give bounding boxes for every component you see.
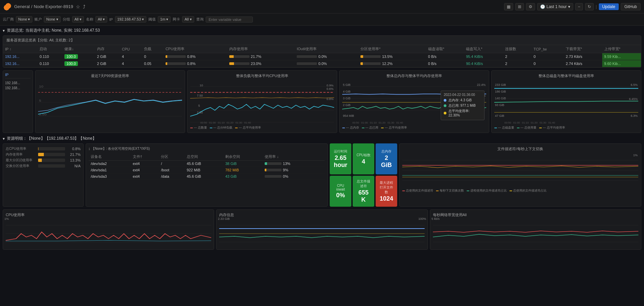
- cell-disk-read: 0 B/s: [426, 60, 464, 67]
- cloud-filter[interactable]: None ▾: [16, 16, 32, 23]
- threshold-filter[interactable]: 1m ▾: [158, 16, 171, 23]
- svg-text:10: 10: [39, 85, 43, 88]
- threshold-label: 阈值: [148, 17, 156, 22]
- nic-filter[interactable]: All ▾: [182, 16, 194, 23]
- disk-usage: 0%: [263, 173, 325, 180]
- cell-connections: 2: [503, 53, 531, 60]
- cell-disk-read: 0 B/s: [426, 53, 464, 60]
- col-cpu-pct[interactable]: CPU使用率: [164, 45, 227, 53]
- cell-download: 2.73 Kib/s: [564, 53, 602, 60]
- grafana-logo: [3, 3, 11, 11]
- disk-usage: 13%: [263, 161, 325, 167]
- detail-section-header[interactable]: ▾ 资源明细：【None】【192.168.47.53】【None】: [3, 136, 641, 141]
- cell-download: 2.74 Kib/s: [564, 60, 602, 67]
- dashboard-button[interactable]: ⊞: [515, 3, 524, 10]
- card-max-open-files: 最大进程打开文件数 1024: [376, 176, 397, 207]
- zoom-out-button[interactable]: −: [575, 3, 583, 10]
- cell-cpu: 4: [120, 53, 142, 60]
- file-desc-legend: 总使用的文件描述符 每秒下文切换次数 进程使用的文件描述符占比 总使用的文件描述…: [402, 189, 638, 193]
- card-cpu-cores-value: 4: [362, 158, 365, 165]
- cell-uptime: 0.110: [37, 60, 62, 67]
- chart-memory-area: 22.4% 22.3% 5 GiB 4 GiB 3 GiB 2 GiB 954 …: [342, 80, 486, 124]
- name-label: 名称: [86, 17, 93, 22]
- time-range-label: Last 1 hour: [547, 4, 567, 9]
- chart-memory: 整体总内存与整体平均内存使用率 22.4% 22.3% 5 GiB 4 GiB …: [339, 70, 489, 133]
- col-disk-write[interactable]: 磁盘写入*: [464, 45, 503, 53]
- col-tcp-tw[interactable]: TCP_tw: [531, 45, 564, 53]
- card-cpu-iowait-value: 0%: [336, 192, 345, 199]
- chart-disk-legend: — 总磁盘量 — 总使用量 — 总平均使用率: [494, 126, 638, 130]
- disk-col-total[interactable]: 总空间: [185, 153, 223, 161]
- top-bar: General / Node Exporter-8919 ☆ ⤴ ▦ ⊞ ⚙ 🕐…: [0, 0, 644, 13]
- disk-table: 设备名 文件† 分区 总空间 剩余空间 使用率 ↓ /dev/sda2 ext4…: [89, 153, 325, 180]
- disk-col-mount[interactable]: 分区: [159, 153, 184, 161]
- disk-mount: /data: [159, 173, 184, 180]
- ip-filter[interactable]: 192.168.47.53 ▾: [115, 16, 146, 23]
- disk-free: 782 MiB: [223, 167, 263, 173]
- network-chart: 每秒网络带宽使用All 5 kb/s: [430, 209, 641, 250]
- disk-fs: ext4: [131, 173, 159, 180]
- refresh-button[interactable]: ↻: [585, 3, 594, 10]
- cell-connections: 2: [503, 60, 531, 67]
- metric-cpu-row: 总CPU使用率 0.8%: [6, 146, 81, 151]
- disk-col-device[interactable]: 设备名: [89, 153, 131, 161]
- cell-tcp-tw: 0: [531, 60, 564, 67]
- breadcrumb-general[interactable]: General: [14, 4, 30, 9]
- col-ioutil[interactable]: IOutil使用率: [295, 45, 358, 53]
- chart-disk-title: 整体总磁盘与整体平均磁盘使用率: [494, 73, 638, 78]
- update-button[interactable]: Update: [599, 3, 619, 10]
- chart-type-button[interactable]: ▦: [504, 3, 513, 10]
- col-upload[interactable]: 上传带宽*: [602, 45, 641, 53]
- network-chart-title: 每秒网络带宽使用All: [433, 212, 638, 217]
- disk-col-fs[interactable]: 文件†: [131, 153, 159, 161]
- col-mem-pct[interactable]: 内存使用率: [227, 45, 295, 53]
- breadcrumb-dashboard[interactable]: Node Exporter-8919: [34, 4, 73, 9]
- ip-item-2[interactable]: 192.168...: [5, 86, 31, 91]
- settings-button[interactable]: ⚙: [526, 3, 535, 10]
- chart-cpu-load-title: 整体负载与整体平均CPU使用率: [190, 73, 334, 78]
- share-icon[interactable]: ⤴: [83, 4, 85, 9]
- table-row[interactable]: 192.16...: [3, 53, 37, 60]
- cell-disk-write: 95.4 KiB/s: [464, 53, 503, 60]
- group-filter[interactable]: All ▾: [72, 16, 84, 23]
- card-total-mem-title: 总内存: [381, 149, 391, 154]
- col-download[interactable]: 下载带宽*: [564, 45, 602, 53]
- memory-chart-title: 内存信息: [219, 212, 425, 217]
- collapse-detail-icon: ▾: [3, 136, 5, 141]
- col-uptime[interactable]: 启动: [37, 45, 62, 53]
- card-total-mem-value: 2 GiB: [379, 155, 394, 169]
- card-cpu-cores-title: CPU核数: [356, 153, 370, 158]
- cpu-usage-chart: CPU使用率 1%: [3, 209, 214, 250]
- resource-overview-header[interactable]: ▾ 资源总览: 当前选中主机: None, 实例: 192.168.47.53: [3, 28, 641, 33]
- chart-disk: 整体总磁盘与整体平均磁盘使用率 6.5% 6.45% 6.3% 233 GiB …: [491, 70, 641, 133]
- col-disk-read[interactable]: 磁盘读取*: [426, 45, 464, 53]
- col-connections[interactable]: 连接数: [503, 45, 531, 53]
- cell-cpu-pct: 0.8%: [164, 60, 227, 67]
- disk-free: 38 GiB: [223, 161, 263, 167]
- disk-free: 43 GiB: [223, 173, 263, 180]
- ip-item-1[interactable]: 192.168...: [5, 80, 31, 86]
- card-uptime-value: 2.65 hour: [333, 155, 348, 169]
- variable-input[interactable]: [206, 16, 253, 23]
- star-icon[interactable]: ☆: [76, 4, 80, 9]
- cpu-chart-title: CPU使用率: [6, 212, 211, 217]
- disk-col-usage[interactable]: 使用率 ↓: [263, 153, 325, 161]
- card-cpu-iowait: CPU iowait 0%: [330, 176, 351, 207]
- name-filter[interactable]: All ▾: [95, 16, 107, 23]
- resource-table: IP ↑ 启动 健康↓ 内存 CPU 负载 CPU使用率 内存使用率 IOuti…: [3, 45, 641, 67]
- col-ip[interactable]: IP ↑: [3, 45, 37, 53]
- card-uptime-title: 运行时间: [334, 149, 347, 154]
- col-cpu[interactable]: CPU: [120, 45, 142, 53]
- account-filter[interactable]: None ▾: [44, 16, 60, 23]
- col-partition[interactable]: 分区使用率*: [358, 45, 426, 53]
- table-row[interactable]: 192.16...: [3, 60, 37, 67]
- disk-col-free[interactable]: 剩余空间: [223, 153, 263, 161]
- time-range-button[interactable]: 🕐 Last 1 hour ▾: [537, 3, 573, 10]
- cell-partition: 12.2%: [358, 60, 426, 67]
- github-button[interactable]: GitHub: [621, 3, 641, 10]
- col-health[interactable]: 健康↓: [62, 45, 95, 53]
- disk-fs: ext4: [131, 167, 159, 173]
- group-label: 分组: [63, 17, 70, 22]
- col-load[interactable]: 负载: [142, 45, 164, 53]
- col-memory[interactable]: 内存: [95, 45, 120, 53]
